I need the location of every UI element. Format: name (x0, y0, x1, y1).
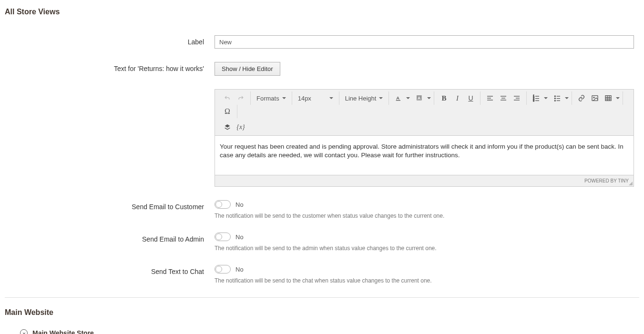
caret-icon (329, 97, 333, 99)
svg-text:A: A (418, 96, 421, 101)
website-title: Main Website (5, 308, 639, 317)
editor-content[interactable]: Your request has been created and is pen… (215, 136, 634, 175)
editor-footer: POWERED BY TINY (215, 175, 634, 186)
lineheight-select[interactable]: Line Height (342, 92, 386, 104)
label-email-customer: Send Email to Customer (5, 200, 215, 211)
caret-icon[interactable] (406, 97, 410, 99)
help-email-admin: The notification will be send to the adm… (215, 245, 634, 252)
undo-icon[interactable] (221, 92, 234, 104)
caret-icon[interactable] (565, 97, 569, 99)
special-char-icon[interactable]: Ω (221, 106, 234, 117)
italic-icon[interactable]: I (450, 92, 464, 104)
caret-icon[interactable] (616, 97, 620, 99)
align-center-icon[interactable] (497, 92, 510, 104)
align-right-icon[interactable] (510, 92, 523, 104)
wysiwyg-editor: Formats 14px Line Height (215, 89, 634, 187)
svg-point-20 (555, 98, 556, 99)
table-icon[interactable] (602, 92, 615, 104)
svg-rect-1 (396, 100, 400, 101)
label-label: Label (5, 35, 215, 46)
underline-icon[interactable]: U (464, 92, 477, 104)
lineheight-label: Line Height (345, 95, 377, 102)
toggle-text-chat[interactable] (215, 265, 231, 273)
redo-icon[interactable] (234, 92, 247, 104)
svg-rect-27 (605, 96, 611, 101)
row-email-customer: Send Email to Customer No The notificati… (5, 200, 639, 219)
store-row[interactable]: Main Website Store (20, 329, 639, 334)
resize-grip-icon[interactable] (628, 181, 633, 185)
variable-icon[interactable]: {x} (234, 121, 247, 133)
toggle-email-customer-state: No (235, 201, 244, 208)
bullet-list-icon[interactable] (551, 92, 564, 104)
link-icon[interactable] (575, 92, 588, 104)
formats-label: Formats (256, 95, 279, 102)
editor-toolbar: Formats 14px Line Height (215, 90, 634, 136)
caret-icon (379, 97, 383, 99)
svg-text:3: 3 (533, 100, 535, 102)
formats-select[interactable]: Formats (254, 92, 289, 104)
bg-color-icon[interactable]: A (413, 92, 426, 104)
section-title: All Store Views (5, 8, 639, 16)
align-left-icon[interactable] (483, 92, 497, 104)
row-email-admin: Send Email to Admin No The notification … (5, 233, 639, 252)
caret-icon[interactable] (427, 97, 431, 99)
label-input[interactable] (215, 35, 634, 49)
fontsize-label: 14px (298, 95, 311, 102)
bold-icon[interactable]: B (437, 92, 450, 104)
caret-icon (282, 97, 286, 99)
fontsize-select[interactable]: 14px (295, 92, 336, 104)
toggle-email-customer[interactable] (215, 200, 231, 209)
store-label: Main Website Store (32, 329, 94, 334)
text-color-icon[interactable]: A (392, 92, 405, 104)
svg-point-26 (593, 97, 594, 98)
caret-icon[interactable] (544, 97, 548, 99)
ordered-list-icon[interactable]: 123 (530, 92, 543, 104)
row-label: Label (5, 35, 639, 49)
row-text-chat: Send Text to Chat No The notification wi… (5, 265, 639, 284)
image-icon[interactable] (588, 92, 602, 104)
toggle-email-admin[interactable] (215, 233, 231, 241)
svg-point-21 (555, 100, 556, 101)
label-email-admin: Send Email to Admin (5, 233, 215, 243)
help-text-chat: The notification will be send to the cha… (215, 277, 634, 284)
label-text-chat: Send Text to Chat (5, 265, 215, 275)
show-hide-editor-button[interactable]: Show / Hide Editor (215, 62, 280, 76)
toggle-text-chat-state: No (235, 266, 244, 273)
help-email-customer: The notification will be send to the cus… (215, 213, 634, 219)
row-text: Text for 'Returns: how it works' Show / … (5, 62, 639, 187)
widget-icon[interactable] (221, 121, 234, 133)
chevron-down-circle-icon (20, 329, 28, 334)
powered-by-label: POWERED BY TINY (584, 178, 629, 183)
label-text: Text for 'Returns: how it works' (5, 62, 215, 72)
toggle-email-admin-state: No (235, 233, 244, 241)
section-divider (5, 297, 639, 298)
svg-point-19 (555, 96, 556, 97)
svg-text:A: A (397, 96, 400, 101)
